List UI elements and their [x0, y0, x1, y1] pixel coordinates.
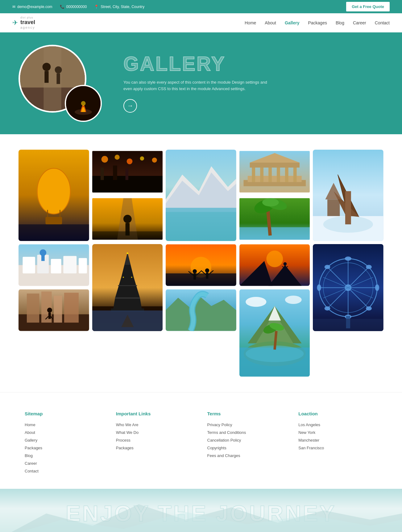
svg-point-119: [366, 306, 372, 310]
sitemap-career[interactable]: Career: [25, 461, 104, 466]
top-bar-left: ✉ demo@example.com 📞 0000000000 📍 Street…: [12, 5, 144, 9]
svg-rect-65: [23, 257, 35, 273]
svg-rect-125: [27, 293, 39, 322]
terms-cancellation[interactable]: Cancellation Policy: [207, 438, 286, 443]
gallery-item-7[interactable]: [239, 197, 310, 241]
svg-rect-15: [45, 217, 62, 224]
gallery-item-8[interactable]: [19, 244, 89, 286]
gallery-item-4[interactable]: [239, 150, 310, 194]
phone-icon: 📞: [60, 5, 64, 9]
sitemap-packages[interactable]: Packages: [25, 446, 104, 450]
top-bar-right: Get a Free Quote: [346, 2, 390, 11]
nav-packages[interactable]: Packages: [308, 20, 327, 25]
arrow-right-icon: →: [127, 102, 133, 109]
svg-point-24: [152, 158, 157, 163]
svg-rect-56: [92, 231, 163, 240]
gallery-item-12[interactable]: [313, 244, 383, 331]
terms-privacy[interactable]: Privacy Policy: [207, 422, 286, 427]
sitemap-title: Sitemap: [25, 411, 104, 416]
gallery-item-9[interactable]: [92, 244, 163, 331]
footer-location: Loaction Los Angeles New York Manchester…: [298, 411, 377, 476]
nav-home[interactable]: Home: [245, 20, 256, 25]
hero-images: [0, 42, 111, 125]
svg-rect-71: [41, 255, 45, 261]
location-la[interactable]: Los Angeles: [298, 422, 377, 427]
gallery-item-10[interactable]: [166, 244, 236, 286]
location-title: Loaction: [298, 411, 377, 416]
terms-copyrights[interactable]: Copyrights: [207, 446, 286, 450]
location-manchester[interactable]: Manchester: [298, 438, 377, 443]
svg-point-129: [47, 308, 52, 313]
svg-rect-16: [19, 224, 89, 241]
svg-rect-67: [51, 259, 61, 273]
important-packages[interactable]: Packages: [116, 446, 195, 450]
sitemap-gallery[interactable]: Gallery: [25, 438, 104, 443]
svg-point-117: [366, 265, 372, 269]
gallery-item-3[interactable]: [166, 150, 236, 241]
hero-small-image: [65, 85, 102, 122]
important-title: Important Links: [116, 411, 195, 416]
important-process[interactable]: Process: [116, 438, 195, 443]
quote-button[interactable]: Get a Free Quote: [346, 2, 390, 11]
svg-point-3: [43, 63, 51, 71]
gallery-item-11[interactable]: [239, 244, 310, 286]
nav-blog[interactable]: Blog: [336, 20, 344, 25]
svg-rect-49: [345, 191, 351, 224]
important-who[interactable]: Who We Are: [116, 422, 195, 427]
svg-rect-69: [79, 258, 87, 273]
email-icon: ✉: [12, 5, 15, 9]
location-icon: 📍: [94, 5, 99, 9]
svg-point-91: [205, 268, 209, 272]
svg-point-96: [266, 251, 283, 267]
svg-rect-38: [268, 165, 272, 182]
nav-gallery[interactable]: Gallery: [285, 20, 299, 25]
svg-rect-4: [44, 71, 48, 83]
terms-title: Terms: [207, 411, 286, 416]
svg-point-136: [246, 297, 266, 307]
gallery-item-5[interactable]: [313, 150, 383, 241]
logo-travel: travel: [20, 19, 35, 26]
address-text: Street, City, State, Country: [101, 5, 144, 9]
gallery-grid: [19, 150, 383, 377]
svg-rect-37: [260, 165, 263, 182]
svg-rect-92: [206, 272, 209, 279]
gallery-item-1[interactable]: [19, 150, 89, 241]
gallery-item-14[interactable]: [166, 289, 236, 331]
terms-conditions[interactable]: Terms and Conditions: [207, 430, 286, 435]
hero-arrow-button[interactable]: →: [123, 99, 137, 113]
logo-agency: agency: [20, 26, 35, 29]
gallery-item-6[interactable]: [92, 197, 163, 241]
svg-point-113: [345, 256, 352, 260]
sitemap-blog[interactable]: Blog: [25, 453, 104, 458]
email-text: demo@example.com: [17, 5, 52, 9]
svg-rect-127: [54, 296, 62, 322]
phone-text: 0000000000: [66, 5, 87, 9]
sitemap-about[interactable]: About: [25, 430, 104, 435]
svg-rect-27: [125, 168, 128, 180]
footer-important: Important Links Who We Are What We Do Pr…: [116, 411, 195, 476]
nav-contact[interactable]: Contact: [375, 20, 390, 25]
svg-point-21: [114, 155, 119, 160]
bottom-banner: ENJOY THE JOURNEY: [0, 489, 402, 532]
terms-fees[interactable]: Fees and Charges: [207, 453, 286, 458]
nav-about[interactable]: About: [265, 20, 276, 25]
gallery-item-15[interactable]: [239, 289, 310, 377]
important-what[interactable]: What We Do: [116, 430, 195, 435]
svg-point-62: [262, 198, 279, 206]
svg-point-82: [122, 276, 124, 278]
svg-point-118: [325, 265, 330, 269]
location-ny[interactable]: New York: [298, 430, 377, 435]
nav-career[interactable]: Career: [353, 20, 366, 25]
svg-point-137: [285, 296, 302, 304]
svg-rect-130: [48, 313, 51, 319]
gallery-item-13[interactable]: [19, 289, 89, 331]
sitemap-contact[interactable]: Contact: [25, 469, 104, 473]
svg-point-81: [126, 252, 128, 254]
svg-point-87: [193, 269, 197, 273]
email-item: ✉ demo@example.com: [12, 5, 52, 9]
sitemap-home[interactable]: Home: [25, 422, 104, 427]
hero-subtitle: You can also style every aspect of this …: [123, 79, 271, 92]
location-sf[interactable]: San Francisco: [298, 446, 377, 450]
gallery-item-2[interactable]: [92, 150, 163, 194]
nav-links: Home About Gallery Packages Blog Career …: [245, 20, 390, 25]
